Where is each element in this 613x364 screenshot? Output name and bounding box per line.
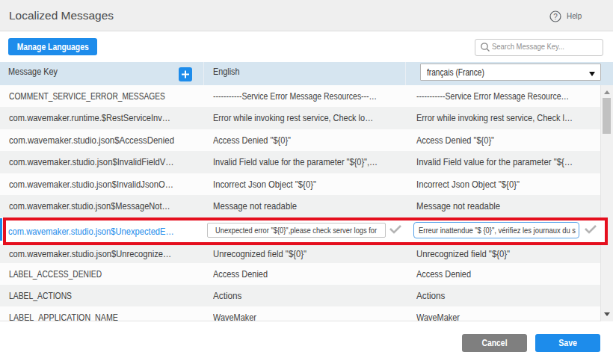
svg-text:?: ?	[553, 13, 558, 21]
